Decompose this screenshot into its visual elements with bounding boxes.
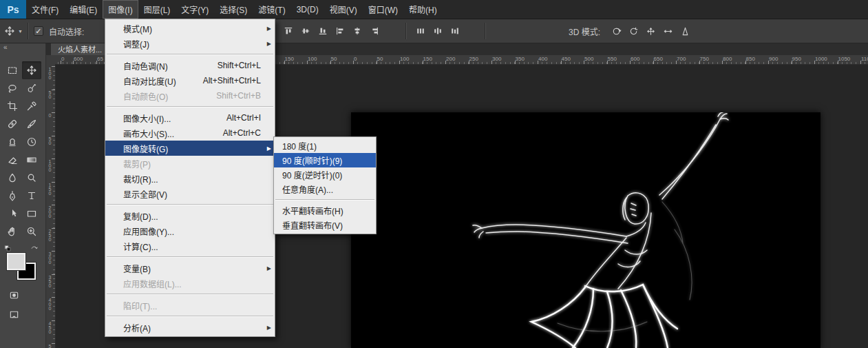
image-menu-item-trim[interactable]: 裁切(R)...: [105, 171, 275, 186]
menubar-item-window[interactable]: 窗口(W): [363, 0, 403, 19]
3d-pan-icon: [646, 26, 656, 37]
3d-roll-button[interactable]: [626, 23, 641, 39]
clone-stamp-tool-icon: [7, 136, 18, 147]
align-left-edges-button[interactable]: [332, 23, 348, 39]
align-vertical-centers-button[interactable]: [298, 23, 313, 39]
rotate-submenu-item-arbitrary[interactable]: 任意角度(A)...: [274, 182, 376, 196]
align-bottom-edges-button[interactable]: [315, 23, 330, 39]
auto-select-checkbox[interactable]: ✓: [34, 26, 43, 36]
menu-item-label: 裁剪(P): [123, 158, 151, 170]
3d-scale-button[interactable]: [677, 23, 692, 39]
image-menu-item-variables[interactable]: 变量(B)▶: [105, 260, 275, 276]
menu-item-label: 画布大小(S)...: [123, 127, 174, 139]
rotate-submenu-item-flip-vertical[interactable]: 垂直翻转画布(V): [274, 218, 376, 232]
align-horizontal-centers-button[interactable]: [350, 23, 365, 39]
quick-selection-tool[interactable]: [22, 79, 41, 97]
dodge-tool[interactable]: [22, 169, 41, 187]
image-menu-item-apply-image[interactable]: 应用图像(Y)...: [105, 223, 275, 238]
tools-grid: [3, 61, 43, 240]
3d-roll-icon: [628, 26, 639, 37]
menu-item-shortcut: Shift+Ctrl+L: [218, 61, 269, 70]
ruler-origin-corner[interactable]: [45, 55, 56, 65]
eraser-tool[interactable]: [3, 151, 22, 169]
3d-slide-button[interactable]: [660, 23, 675, 39]
menubar-item-select[interactable]: 选择(S): [214, 0, 253, 19]
menu-item-label: 模式(M): [123, 23, 152, 34]
quick-selection-tool-icon: [26, 83, 37, 94]
rotate-submenu-item-90-ccw[interactable]: 90 度(逆时针)(0): [274, 167, 376, 182]
image-menu-item-auto-tone[interactable]: 自动色调(N)Shift+Ctrl+L: [105, 58, 275, 73]
image-menu-item-calculations[interactable]: 计算(C)...: [105, 238, 275, 254]
menu-item-label: 自动颜色(O): [123, 90, 168, 102]
menubar-item-help[interactable]: 帮助(H): [403, 0, 443, 19]
hand-tool[interactable]: [3, 223, 22, 240]
image-rotation-submenu: 180 度(1)90 度(顺时针)(9)90 度(逆时针)(0)任意角度(A).…: [273, 136, 377, 234]
image-menu-item-analysis[interactable]: 分析(A)▶: [105, 320, 275, 335]
image-menu-item-duplicate[interactable]: 复制(D)...: [105, 208, 275, 223]
image-menu-item-adjustments[interactable]: 调整(J)▶: [105, 36, 275, 51]
path-selection-tool[interactable]: [3, 205, 22, 223]
screen-mode-button[interactable]: [6, 307, 22, 321]
ruler-number: 650: [654, 56, 663, 62]
rectangular-marquee-tool-icon: [7, 65, 18, 76]
eyedropper-tool[interactable]: [22, 97, 41, 115]
menubar-item-view[interactable]: 视图(V): [324, 0, 363, 19]
distribute-horizontal-centers-icon: [433, 26, 443, 36]
rotate-submenu-item-180[interactable]: 180 度(1): [274, 139, 376, 153]
document-tab[interactable]: 火焰人素材...: [51, 42, 109, 55]
menubar-item-file[interactable]: 文件(F): [26, 0, 64, 19]
rotate-submenu-item-90-cw[interactable]: 90 度(顺时针)(9): [274, 153, 376, 167]
align-left-edges-icon: [335, 26, 345, 36]
rotate-submenu-item-flip-horizontal[interactable]: 水平翻转画布(H): [274, 203, 376, 218]
vertical-ruler[interactable]: 10050050100150200250300350400450500: [45, 64, 56, 348]
ruler-number: 300: [47, 252, 53, 264]
move-tool[interactable]: [22, 61, 41, 79]
align-right-edges-button[interactable]: [367, 23, 382, 39]
clone-stamp-tool[interactable]: [3, 133, 22, 151]
quick-mask-button[interactable]: [6, 288, 22, 302]
gradient-tool-icon: [26, 154, 37, 165]
3d-rotate-button[interactable]: [608, 23, 624, 39]
blur-tool[interactable]: [3, 169, 22, 187]
tool-preset-dropdown-icon[interactable]: ▼: [18, 29, 23, 34]
menu-item-label: 图像旋转(G): [123, 143, 168, 154]
image-menu-item-image-size[interactable]: 图像大小(I)...Alt+Ctrl+I: [105, 110, 275, 125]
image-menu-item-image-rotation[interactable]: 图像旋转(G)▶: [105, 141, 275, 156]
zoom-tool[interactable]: [22, 223, 41, 240]
move-tool-icon[interactable]: [4, 25, 15, 37]
type-tool[interactable]: [22, 187, 41, 205]
align-vertical-centers-icon: [301, 26, 310, 36]
ruler-number: 0: [47, 113, 53, 117]
distribute-right-edges-button[interactable]: [447, 23, 463, 39]
menubar-item-edit[interactable]: 编辑(E): [64, 0, 103, 19]
distribute-horizontal-centers-button[interactable]: [430, 23, 445, 39]
pen-tool[interactable]: [3, 187, 22, 205]
menu-separator: [107, 106, 273, 108]
menubar-item-filter[interactable]: 滤镜(T): [253, 0, 290, 19]
align-top-edges-button[interactable]: [281, 23, 296, 39]
crop-tool[interactable]: [3, 97, 22, 115]
rectangular-marquee-tool[interactable]: [3, 61, 22, 79]
image-menu-item-canvas-size[interactable]: 画布大小(S)...Alt+Ctrl+C: [105, 125, 275, 141]
foreground-color-swatch[interactable]: [7, 253, 25, 270]
3d-pan-button[interactable]: [643, 23, 658, 39]
menubar-item-type[interactable]: 文字(Y): [176, 0, 214, 19]
collapse-panel-button[interactable]: «: [0, 42, 45, 52]
swap-colors-icon[interactable]: [30, 243, 39, 256]
distribute-left-edges-button[interactable]: [413, 23, 428, 39]
document-canvas[interactable]: [351, 112, 821, 348]
align-top-edges-icon: [284, 26, 293, 36]
menubar-item-layer[interactable]: 图层(L): [138, 0, 176, 19]
shape-tool[interactable]: [22, 205, 41, 223]
brush-tool[interactable]: [22, 115, 41, 133]
menubar-item-3d[interactable]: 3D(D): [291, 0, 324, 19]
gradient-tool[interactable]: [22, 151, 41, 169]
spot-healing-brush-tool[interactable]: [3, 115, 22, 133]
image-menu-item-reveal-all[interactable]: 显示全部(V): [105, 186, 275, 201]
menubar-item-image[interactable]: 图像(I): [103, 0, 138, 19]
ruler-number: 450: [562, 56, 571, 62]
image-menu-item-auto-contrast[interactable]: 自动对比度(U)Alt+Shift+Ctrl+L: [105, 73, 275, 88]
history-brush-tool[interactable]: [22, 133, 41, 151]
image-menu-item-mode[interactable]: 模式(M)▶: [105, 21, 275, 36]
lasso-tool[interactable]: [3, 79, 22, 97]
